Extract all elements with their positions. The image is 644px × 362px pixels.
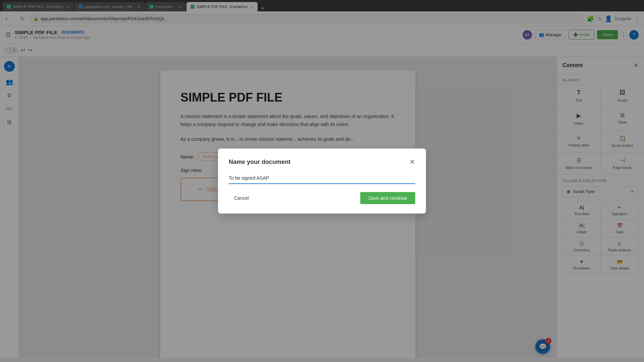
modal-close-button[interactable]: ✕ xyxy=(410,158,415,166)
modal: Name your document ✕ Cancel Save and con… xyxy=(218,148,426,214)
cancel-button[interactable]: Cancel xyxy=(229,193,254,203)
modal-name-input[interactable] xyxy=(229,173,415,184)
modal-footer: Cancel Save and continue xyxy=(229,192,415,204)
modal-header: Name your document ✕ xyxy=(229,158,415,166)
save-continue-button[interactable]: Save and continue xyxy=(360,192,415,204)
modal-overlay: Name your document ✕ Cancel Save and con… xyxy=(0,0,644,362)
modal-title: Name your document xyxy=(229,159,290,166)
